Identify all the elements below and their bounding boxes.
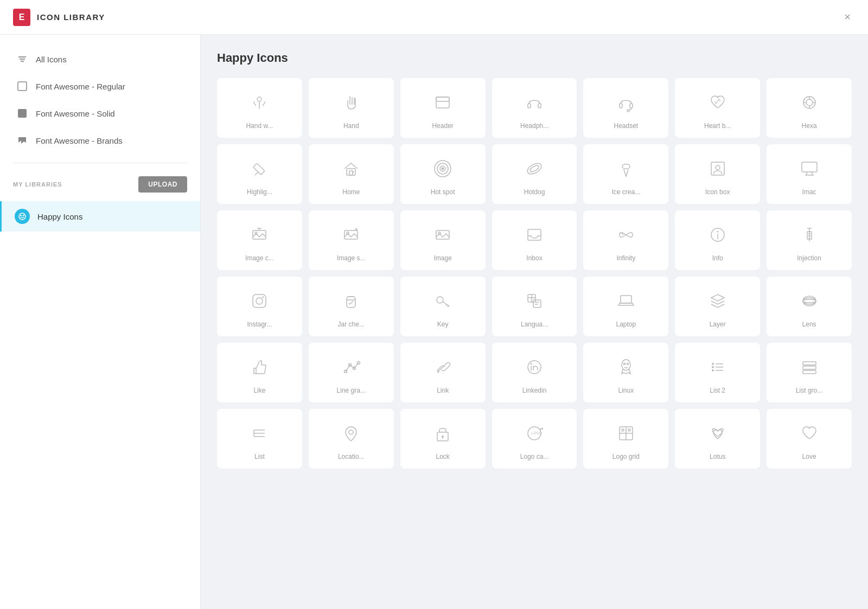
icon-card-key[interactable]: Key: [400, 277, 486, 336]
icon-card-logo-grid-label: Logo grid: [589, 453, 662, 460]
svg-rect-35: [802, 162, 817, 172]
home-icon: [338, 156, 364, 182]
icon-card-hand[interactable]: Hand: [309, 78, 394, 138]
fa-solid-icon: [16, 107, 28, 119]
svg-point-84: [623, 363, 625, 365]
icon-card-like[interactable]: Like: [217, 343, 302, 402]
lens-icon: [796, 288, 822, 314]
svg-line-36: [806, 172, 807, 175]
icon-card-list[interactable]: List: [217, 409, 302, 469]
icon-card-inbox-label: Inbox: [498, 254, 571, 262]
hexa-icon: [796, 89, 822, 116]
icon-card-location[interactable]: Locatio...: [309, 409, 394, 469]
image-s-icon: [338, 222, 364, 248]
svg-rect-68: [533, 300, 541, 307]
icon-card-hotspot-label: Hot spot: [406, 188, 480, 196]
icon-card-linkedin[interactable]: Linkedin: [492, 343, 577, 402]
location-icon: [338, 420, 364, 446]
svg-rect-92: [803, 362, 816, 365]
lotus-icon: [705, 420, 731, 446]
icon-card-list-gro[interactable]: List gro...: [767, 343, 852, 402]
icon-card-image-c[interactable]: Image c...: [217, 210, 302, 270]
icon-card-lotus[interactable]: Lotus: [675, 409, 760, 469]
svg-rect-93: [803, 366, 816, 369]
icon-card-layer-label: Layer: [681, 320, 754, 328]
sidebar-item-fa-brands-label: Font Awesome - Brands: [36, 136, 123, 145]
icon-card-lens[interactable]: Lens: [767, 277, 852, 336]
icon-card-laptop[interactable]: Laptop: [583, 277, 668, 336]
icon-card-laptop-label: Laptop: [589, 320, 662, 328]
sidebar-item-fa-regular[interactable]: Font Awesome - Regular: [0, 73, 200, 100]
sidebar-item-fa-solid-label: Font Awesome - Solid: [36, 109, 115, 118]
icon-card-header[interactable]: Header: [400, 78, 486, 138]
icon-card-infinity[interactable]: Infinity: [583, 210, 668, 270]
icon-card-hotdog[interactable]: Hotdog: [492, 144, 577, 204]
icon-card-linux[interactable]: Linux: [583, 343, 668, 402]
svg-point-26: [353, 171, 354, 173]
icon-card-love[interactable]: Love: [767, 409, 852, 469]
icons-grid: Hand w... Hand: [217, 78, 852, 469]
icon-card-headset-label: Headset: [589, 122, 662, 130]
icon-card-key-label: Key: [406, 320, 480, 328]
sidebar-item-fa-brands[interactable]: Font Awesome - Brands: [0, 127, 200, 154]
svg-line-37: [812, 172, 813, 175]
icon-card-ice-cream[interactable]: Ice crea...: [583, 144, 668, 204]
icon-library-dialog: E ICON LIBRARY × All Icons: [0, 0, 868, 609]
icon-card-info[interactable]: Info: [675, 210, 760, 270]
icon-card-instagram[interactable]: Instagr...: [217, 277, 302, 336]
infinity-icon: [613, 222, 639, 248]
icon-card-logo-ca[interactable]: LOGO Logo ca...: [492, 409, 577, 469]
icon-card-lock[interactable]: Lock: [400, 409, 486, 469]
close-button[interactable]: ×: [840, 7, 855, 28]
icon-card-lotus-label: Lotus: [681, 453, 754, 460]
icon-card-love-label: Love: [773, 453, 846, 460]
icon-card-heart-b[interactable]: Heart b...: [675, 78, 760, 138]
sidebar-item-fa-solid[interactable]: Font Awesome - Solid: [0, 100, 200, 127]
main-content: Happy Icons Hand w...: [201, 35, 868, 609]
icon-card-list2[interactable]: List 2: [675, 343, 760, 402]
icon-card-link[interactable]: Link: [400, 343, 486, 402]
icon-card-highlight[interactable]: Highlig...: [217, 144, 302, 204]
section-title: Happy Icons: [217, 51, 852, 65]
svg-point-61: [437, 297, 443, 303]
icon-card-injection[interactable]: Injection: [767, 210, 852, 270]
svg-rect-10: [436, 97, 449, 101]
icon-card-line-gra[interactable]: Line gra...: [309, 343, 394, 402]
icon-card-hand-w[interactable]: Hand w...: [217, 78, 302, 138]
icon-card-inbox[interactable]: Inbox: [492, 210, 577, 270]
key-icon: [430, 288, 456, 314]
svg-point-6: [21, 215, 22, 216]
icon-card-home[interactable]: Home: [309, 144, 394, 204]
icon-card-imac[interactable]: Imac: [767, 144, 852, 204]
headset-icon: [613, 89, 639, 116]
icon-card-image-s[interactable]: Image s...: [309, 210, 394, 270]
fa-regular-icon: [16, 80, 28, 92]
icon-card-hexa[interactable]: Hexa: [767, 78, 852, 138]
titlebar: E ICON LIBRARY ×: [0, 0, 868, 35]
svg-point-31: [526, 161, 543, 176]
app-icon: E: [13, 9, 30, 26]
icon-card-icon-box[interactable]: Icon box: [675, 144, 760, 204]
icon-card-headphones[interactable]: Headph...: [492, 78, 577, 138]
icon-card-hotspot[interactable]: Hot spot: [400, 144, 486, 204]
content-area: All Icons Font Awesome - Regular Font Aw…: [0, 35, 868, 609]
icon-card-heart-b-label: Heart b...: [681, 122, 754, 130]
sidebar-divider: [13, 163, 187, 163]
icon-card-icon-box-label: Icon box: [681, 188, 754, 196]
sidebar-item-happy-icons[interactable]: Happy Icons: [0, 201, 200, 232]
layer-icon: [705, 288, 731, 314]
my-libraries-header: MY LIBRARIES UPLOAD: [0, 172, 200, 201]
sidebar-item-all-icons[interactable]: All Icons: [0, 46, 200, 73]
svg-point-73: [803, 299, 816, 303]
icon-card-jar-che[interactable]: Jar che...: [309, 277, 394, 336]
icon-card-language-label: Langua...: [498, 320, 571, 328]
icon-card-logo-grid[interactable]: Logo grid: [583, 409, 668, 469]
icon-card-headset[interactable]: Headset: [583, 78, 668, 138]
svg-point-99: [349, 430, 353, 434]
icon-card-layer[interactable]: Layer: [675, 277, 760, 336]
upload-button[interactable]: UPLOAD: [138, 176, 187, 193]
svg-point-30: [442, 168, 444, 170]
icon-card-language[interactable]: Langua...: [492, 277, 577, 336]
hand-icon: [338, 89, 364, 116]
icon-card-image[interactable]: Image: [400, 210, 486, 270]
